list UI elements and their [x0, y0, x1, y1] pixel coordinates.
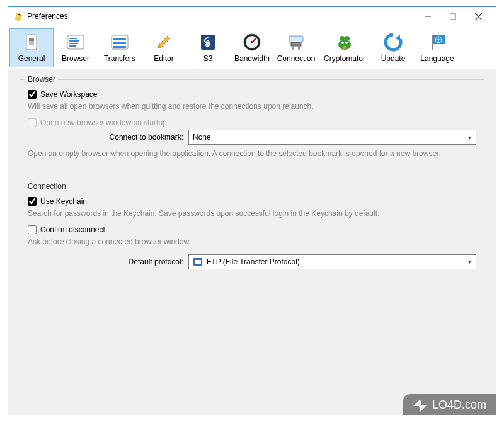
app-icon: [13, 11, 23, 21]
svg-rect-40: [195, 260, 201, 264]
connection-group: Connection Use Keychain Search for passw…: [20, 182, 484, 281]
connection-icon: [285, 31, 307, 53]
svg-rect-13: [69, 43, 78, 44]
tab-bandwidth[interactable]: Bandwidth: [230, 28, 274, 67]
svg-rect-24: [289, 36, 303, 42]
svg-rect-4: [450, 14, 456, 20]
svg-point-32: [345, 42, 348, 44]
ftp-icon: [193, 257, 203, 267]
tab-language[interactable]: Language: [415, 28, 459, 67]
tab-editor[interactable]: Editor: [142, 28, 186, 67]
tab-label: S3: [203, 54, 213, 63]
tab-label: Language: [420, 54, 454, 63]
svg-rect-27: [298, 46, 300, 50]
svg-rect-12: [69, 40, 79, 42]
tab-label: Connection: [277, 54, 316, 63]
open-new-label: Open new browser window on startup: [40, 118, 167, 127]
svg-point-30: [345, 36, 350, 41]
svg-point-2: [18, 14, 20, 15]
tab-label: General: [18, 54, 45, 63]
connection-legend: Connection: [25, 182, 69, 191]
open-new-row: Open new browser window on startup: [28, 118, 476, 127]
tab-label: Update: [381, 54, 406, 63]
save-workspace-label: Save Workspace: [40, 90, 98, 99]
editor-icon: [153, 31, 175, 53]
svg-rect-38: [432, 35, 433, 50]
save-workspace-row: Save Workspace: [28, 90, 476, 99]
connect-bookmark-label: Connect to bookmark:: [28, 133, 188, 142]
svg-rect-25: [291, 42, 301, 46]
svg-point-31: [341, 42, 344, 44]
svg-rect-16: [113, 38, 126, 40]
confirm-disconnect-desc: Ask before closing a connected browser w…: [28, 237, 476, 247]
watermark-text: LO4D.com: [432, 398, 486, 412]
s3-icon: a: [197, 31, 219, 53]
connect-bookmark-desc: Open an empty browser when opening the a…: [28, 149, 476, 159]
browser-legend: Browser: [25, 75, 58, 84]
svg-rect-10: [67, 35, 84, 49]
connect-bookmark-value: None: [193, 133, 466, 142]
tab-label: Bandwidth: [234, 54, 270, 63]
chevron-down-icon: ▾: [466, 134, 473, 141]
tab-browser[interactable]: Browser: [54, 28, 98, 67]
svg-text:a: a: [206, 38, 210, 47]
tab-label: Cryptomator: [324, 54, 365, 63]
tab-cryptomator[interactable]: Cryptomator: [318, 28, 371, 67]
open-new-checkbox: [28, 118, 37, 127]
preferences-content: Browser Save Workspace Will save all ope…: [8, 69, 496, 415]
browser-group: Browser Save Workspace Will save all ope…: [20, 75, 484, 174]
svg-point-1: [16, 13, 21, 18]
tab-update[interactable]: Update: [371, 28, 415, 67]
confirm-disconnect-checkbox[interactable]: [28, 225, 37, 234]
default-protocol-row: Default protocol: FTP (File Transfer Pro…: [28, 254, 476, 269]
tab-general[interactable]: General: [9, 28, 54, 67]
svg-rect-14: [69, 45, 76, 47]
save-workspace-desc: Will save all open browsers when quittin…: [28, 101, 476, 112]
svg-rect-9: [29, 38, 34, 41]
cryptomator-icon: [334, 31, 355, 53]
preferences-toolbar: General Browser Transfers: [8, 26, 496, 69]
transfers-icon: [109, 31, 130, 53]
tab-label: Transfers: [104, 54, 135, 63]
minimize-button[interactable]: [415, 8, 440, 25]
use-keychain-desc: Search for passwords in the Keychain. Sa…: [28, 208, 476, 219]
tab-label: Editor: [154, 54, 173, 63]
maximize-button[interactable]: [440, 8, 466, 25]
svg-point-29: [340, 36, 345, 41]
svg-rect-18: [113, 46, 126, 48]
bandwidth-icon: [241, 31, 263, 53]
confirm-disconnect-label: Confirm disconnect: [40, 225, 105, 234]
svg-rect-33: [343, 46, 346, 49]
language-icon: [427, 31, 448, 53]
chevron-down-icon: ▾: [466, 258, 473, 265]
update-icon: [382, 31, 404, 53]
browser-icon: [65, 31, 86, 53]
svg-rect-26: [292, 46, 294, 50]
window-title: Preferences: [27, 12, 68, 21]
watermark-icon: [413, 398, 427, 412]
save-workspace-checkbox[interactable]: [28, 90, 37, 99]
svg-point-23: [251, 41, 253, 43]
tab-label: Browser: [62, 54, 89, 63]
close-button[interactable]: [466, 8, 491, 25]
general-icon: [21, 31, 42, 53]
use-keychain-label: Use Keychain: [40, 197, 87, 206]
confirm-disconnect-row: Confirm disconnect: [28, 225, 476, 234]
use-keychain-row: Use Keychain: [28, 197, 476, 206]
default-protocol-value: FTP (File Transfer Protocol): [207, 257, 466, 266]
connect-bookmark-row: Connect to bookmark: None ▾: [28, 130, 476, 145]
tab-s3[interactable]: a S3: [186, 28, 230, 67]
titlebar: Preferences: [8, 7, 496, 26]
tab-connection[interactable]: Connection: [274, 28, 318, 67]
watermark: LO4D.com: [403, 394, 496, 415]
tab-transfers[interactable]: Transfers: [98, 28, 142, 67]
default-protocol-combo[interactable]: FTP (File Transfer Protocol) ▾: [188, 254, 476, 269]
connect-bookmark-combo[interactable]: None ▾: [188, 130, 476, 145]
use-keychain-checkbox[interactable]: [28, 197, 37, 206]
default-protocol-label: Default protocol:: [28, 257, 188, 266]
svg-rect-17: [113, 42, 126, 44]
svg-rect-11: [69, 38, 77, 39]
